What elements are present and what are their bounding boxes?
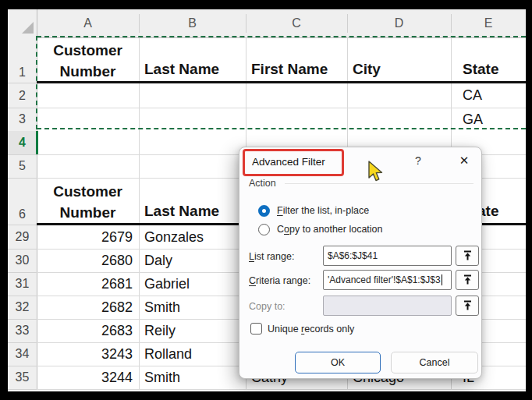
cell-b29[interactable]: Gonzales — [139, 225, 246, 249]
header-customer-line1: Customer — [53, 181, 122, 202]
row-header-34[interactable]: 34 — [8, 342, 37, 366]
row-header-2[interactable]: 2 — [8, 83, 37, 108]
radio-filter-label: Filter the list, in-place — [277, 205, 369, 216]
row-header-30[interactable]: 30 — [8, 249, 37, 273]
column-separator — [347, 14, 348, 33]
dialog-title: Advanced Filter — [252, 156, 325, 168]
column-header-a[interactable]: A — [37, 9, 139, 37]
column-separator — [451, 14, 452, 33]
collapse-dialog-icon — [463, 250, 473, 261]
header-customer-line1: Customer — [53, 40, 122, 61]
column-header-d[interactable]: D — [347, 9, 451, 37]
cell-d1[interactable]: City — [347, 37, 451, 83]
collapse-dialog-icon — [463, 274, 473, 285]
cell-e1[interactable]: State — [451, 37, 526, 83]
cell-b33[interactable]: Reily — [139, 319, 246, 342]
column-header-e[interactable]: E — [451, 9, 526, 37]
row-header-5[interactable]: 5 — [8, 154, 37, 179]
list-range-picker-button[interactable] — [456, 246, 479, 266]
list-range-input[interactable]: $A$6:$J$41 — [323, 246, 452, 266]
mouse-cursor-icon — [367, 161, 385, 186]
radio-unselected-icon — [258, 224, 270, 235]
row-header-1[interactable]: 1 — [8, 37, 37, 83]
row-header-29[interactable]: 29 — [8, 225, 37, 250]
unique-records-checkbox[interactable] — [250, 323, 262, 335]
cell-b6[interactable]: Last Name — [139, 178, 246, 225]
select-all-triangle-icon — [22, 22, 34, 34]
radio-filter-in-place[interactable]: Filter the list, in-place — [258, 204, 369, 218]
row-header-3[interactable]: 3 — [8, 108, 37, 132]
row-header-35[interactable]: 35 — [8, 366, 37, 390]
excel-screenshot: A B C D E 1 2 3 4 5 6 29 30 31 32 33 34 … — [0, 0, 532, 400]
gridline — [37, 389, 526, 390]
copy-to-picker-button[interactable] — [456, 296, 479, 316]
cell-e2[interactable]: CA — [451, 83, 526, 108]
cell-a33[interactable]: 2683 — [37, 319, 139, 342]
cell-a1[interactable]: CustomerNumber — [37, 37, 139, 83]
cell-b30[interactable]: Daly — [139, 249, 246, 272]
text-caret — [442, 274, 442, 285]
cancel-button[interactable]: Cancel — [391, 352, 478, 373]
criteria-range-picker-button[interactable] — [456, 270, 479, 290]
help-icon[interactable]: ? — [410, 154, 427, 167]
header-customer-line2: Number — [60, 202, 116, 223]
row-header-6[interactable]: 6 — [8, 178, 37, 225]
column-header-b[interactable]: B — [139, 9, 246, 37]
active-cell-border — [36, 131, 38, 154]
cell-b1[interactable]: Last Name — [139, 37, 246, 83]
cell-e3[interactable]: GA — [451, 108, 526, 131]
unique-records-label: Unique records only — [268, 324, 354, 335]
criteria-range-label: Criteria range: — [249, 275, 310, 286]
criteria-range-input[interactable]: 'Advanced filter'!$A$1:$J$3 — [323, 270, 452, 290]
row-header-4[interactable]: 4 — [8, 131, 37, 155]
cell-a35[interactable]: 3244 — [37, 366, 139, 389]
row-header-31[interactable]: 31 — [8, 272, 37, 296]
advanced-filter-dialog: Advanced Filter ? ✕ Action Filter the li… — [239, 147, 482, 379]
column-header-c[interactable]: C — [246, 9, 347, 37]
ok-button[interactable]: OK — [295, 352, 381, 373]
cell-c1[interactable]: First Name — [246, 37, 347, 83]
row-header-32[interactable]: 32 — [8, 296, 37, 320]
cell-b31[interactable]: Gabriel — [139, 272, 246, 296]
action-group-label: Action — [249, 178, 276, 189]
cell-a32[interactable]: 2682 — [37, 296, 139, 319]
cell-b34[interactable]: Rolland — [139, 342, 246, 366]
radio-selected-icon — [258, 205, 270, 217]
collapse-dialog-icon — [463, 300, 473, 311]
cell-b35[interactable]: Smith — [139, 366, 246, 389]
list-range-label: List range: — [249, 251, 294, 262]
cell-b32[interactable]: Smith — [139, 296, 246, 319]
column-separator — [246, 14, 246, 33]
close-icon[interactable]: ✕ — [455, 154, 473, 168]
cell-a30[interactable]: 2680 — [37, 249, 139, 272]
select-all-corner[interactable] — [8, 9, 37, 37]
cell-a31[interactable]: 2681 — [37, 272, 139, 296]
cell-a29[interactable]: 2679 — [37, 225, 139, 249]
copy-to-label: Copy to: — [249, 301, 286, 312]
cell-a34[interactable]: 3243 — [37, 342, 139, 366]
row-header-33[interactable]: 33 — [8, 319, 37, 343]
column-header-strip: A B C D E — [8, 9, 526, 38]
cell-a6[interactable]: CustomerNumber — [37, 178, 139, 225]
column-separator — [139, 14, 140, 33]
copy-to-input — [323, 296, 452, 316]
header-customer-line2: Number — [60, 61, 116, 82]
radio-copy-to-location[interactable]: Copy to another location — [258, 222, 383, 236]
radio-copy-label: Copy to another location — [277, 224, 383, 235]
